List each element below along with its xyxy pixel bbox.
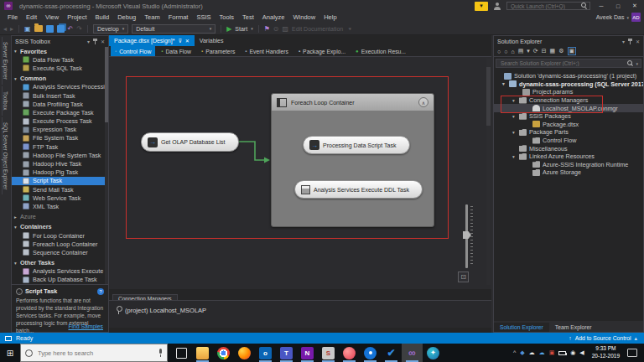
task-analysis-services-execute-ddl[interactable]: Analysis Services Execute DDL Task [294, 180, 423, 199]
pencil-icon[interactable]: ▨ [283, 23, 289, 35]
tree-item-package-parts[interactable]: ▾Package Parts [494, 128, 643, 137]
start-debug-icon[interactable]: ▶ [226, 25, 231, 33]
tree-item-package-dtsx[interactable]: Package.dtsx [494, 121, 643, 129]
doc-tab-package-dtsx-design[interactable]: Package.dtsx [Design]*⊽✕ [109, 35, 195, 46]
tree-item-azure-ssis-integration-runtime[interactable]: Azure-SSIS Integration Runtime [494, 161, 643, 169]
taskbar-pin-app-icon[interactable] [360, 344, 381, 362]
pin-icon[interactable] [93, 39, 97, 44]
back-icon[interactable]: ○ [497, 49, 501, 54]
menu-window[interactable]: Window [288, 13, 319, 21]
toolbox-group-favorites[interactable]: ▾Favorites [12, 47, 108, 55]
foreach-loop-container[interactable]: Foreach Loop Container ∧ → Processing Da… [271, 93, 434, 227]
toolbox-item-hadoop-file-system-task[interactable]: Hadoop File System Task [12, 151, 108, 159]
scrollbar[interactable] [105, 47, 108, 284]
tree-item-azure-storage[interactable]: Azure Storage [494, 168, 643, 177]
connection-manager-item[interactable]: (project) Localhost_MSOLAP [116, 306, 491, 314]
flag-icon[interactable]: ⚑ [264, 23, 270, 35]
configuration-dropdown[interactable]: Default ▾ [132, 24, 216, 34]
menu-file[interactable]: File [3, 13, 22, 21]
battery-icon[interactable] [558, 351, 566, 355]
toolbox-item-expression-task[interactable]: Expression Task [12, 126, 108, 134]
gear-icon[interactable]: ⊙ [273, 23, 279, 35]
taskbar-pink-app-icon[interactable] [339, 344, 360, 362]
designer-tab-parameters[interactable]: ▪Parameters [197, 46, 239, 56]
chevron-down-icon[interactable]: ▾ [87, 39, 90, 44]
scrollbar-thumb[interactable] [486, 67, 491, 126]
undo-icon[interactable]: ↶ [68, 23, 74, 35]
home-icon[interactable]: ⌂ [511, 49, 514, 54]
network-icon[interactable]: ◉ [570, 344, 575, 362]
tree-item-linked-azure-resources[interactable]: ▾Linked Azure Resources [494, 153, 643, 161]
toolbox-item-data-profiling-task[interactable]: Data Profiling Task [12, 100, 108, 108]
taskbar-onenote-icon[interactable]: N [297, 344, 318, 362]
toolbox-item-back-up-database-task[interactable]: Back Up Database Task [12, 276, 108, 284]
toolbox-group-containers[interactable]: ▾Containers [12, 223, 108, 231]
close-button[interactable]: ✕ [629, 3, 641, 9]
restore-button[interactable]: □ [612, 3, 624, 9]
start-button[interactable]: ⊞ [0, 349, 20, 358]
taskbar-search[interactable] [20, 344, 168, 362]
bottom-tab-team-explorer[interactable]: Team Explorer [549, 323, 598, 332]
toolbox-item-hadoop-hive-task[interactable]: Hadoop Hive Task [12, 159, 108, 168]
side-tab-sql-server-object-explorer[interactable]: SQL Server Object Explorer [2, 117, 8, 194]
toolbox-item-execute-package-task[interactable]: Execute Package Task [12, 108, 108, 116]
tree-item-dynamic-ssas-processing-sql-server-2017[interactable]: ▾dynamic-ssas-processing (SQL Server 201… [494, 80, 643, 89]
toolbox-group-common[interactable]: ▾Common [12, 75, 108, 83]
toolbox-item-sequence-container[interactable]: Sequence Container [12, 248, 108, 256]
navigate-back-icon[interactable]: ◂ [3, 23, 7, 35]
edit-documentation-button[interactable]: Edit Documentation [292, 23, 343, 35]
scrollbar[interactable] [486, 59, 491, 285]
taskbar-visual-studio-icon[interactable]: ∞ [402, 344, 423, 362]
menu-view[interactable]: View [41, 13, 63, 21]
toolbox-item-analysis-services-execute-d[interactable]: Analysis Services Execute D... [12, 267, 108, 276]
solution-explorer-search[interactable]: ▾ [496, 59, 641, 68]
taskbar-outlook-icon[interactable]: o [255, 344, 276, 362]
control-flow-canvas[interactable]: → Get OLAP Database List Foreach Loop Co… [109, 56, 491, 289]
cloud-icon[interactable]: ☁ [529, 344, 535, 362]
volume-icon[interactable]: ◀ [579, 344, 584, 362]
collapse-icon[interactable]: ⌄ [16, 288, 23, 295]
user-name[interactable]: Aveek Das [596, 14, 625, 20]
fit-to-window-button[interactable]: ⊡ [458, 272, 469, 282]
toolbox-item-data-flow-task[interactable]: Data Flow Task [12, 55, 108, 64]
toolbox-item-ftp-task[interactable]: FTP Task [12, 142, 108, 151]
onedrive-icon[interactable]: ☁ [539, 344, 545, 362]
recording-icon[interactable]: ▣ [549, 344, 555, 362]
tree-item-project-params[interactable]: Project.params [494, 88, 643, 96]
taskbar-search-input[interactable] [36, 349, 155, 358]
view-dropdown-icon[interactable]: ▾ [527, 48, 530, 54]
properties-icon[interactable]: ⚙ [558, 48, 564, 54]
taskbar-chrome-icon[interactable] [213, 344, 234, 362]
pin-icon[interactable] [628, 39, 632, 44]
toolbox-item-for-loop-container[interactable]: For Loop Container [12, 231, 108, 240]
pin-icon[interactable]: ⊽ [178, 38, 181, 44]
taskbar-todo-check-icon[interactable]: ✔ [381, 344, 402, 362]
scrollbar-thumb[interactable] [105, 47, 108, 122]
menu-edit[interactable]: Edit [22, 13, 41, 21]
toolbox-item-xml-task[interactable]: XML Task [12, 202, 108, 210]
tree-item-miscellaneous[interactable]: Miscellaneous [494, 144, 643, 153]
taskbar-file-explorer-icon[interactable] [192, 344, 213, 362]
menu-build[interactable]: Build [91, 13, 114, 21]
taskbar-teams-icon[interactable]: T [276, 344, 297, 362]
action-center-icon[interactable] [627, 349, 637, 357]
designer-tab-data-flow[interactable]: ▪Data Flow [157, 46, 195, 56]
add-to-source-control[interactable]: ↑ Add to Source Control ▴ [569, 335, 637, 342]
feedback-icon[interactable] [493, 2, 501, 10]
taskbar-ssms-icon[interactable]: S [318, 344, 339, 362]
tray-expand-icon[interactable]: ^ [513, 344, 516, 362]
taskbar-compass-app-icon[interactable]: ✦ [423, 344, 444, 362]
toolbox-item-foreach-loop-container[interactable]: Foreach Loop Container [12, 240, 108, 248]
quick-launch-input[interactable] [509, 3, 581, 10]
avatar[interactable]: AD [631, 13, 641, 22]
taskbar-firefox-icon[interactable] [234, 344, 255, 362]
foreach-loop-container-header[interactable]: Foreach Loop Container ∧ [272, 94, 434, 111]
toolbox-item-hadoop-pig-task[interactable]: Hadoop Pig Task [12, 168, 108, 177]
defender-icon[interactable]: ◆ [520, 344, 524, 362]
toolbox-item-file-system-task[interactable]: File System Task [12, 134, 108, 142]
menu-project[interactable]: Project [63, 13, 91, 21]
task-processing-data-script[interactable]: → Processing Data Script Task [303, 136, 410, 154]
preview-icon[interactable]: ▣ [568, 47, 577, 55]
toolbox-group-azure[interactable]: ▸Azure [12, 213, 108, 221]
show-all-files-icon[interactable]: ▦ [550, 48, 556, 54]
